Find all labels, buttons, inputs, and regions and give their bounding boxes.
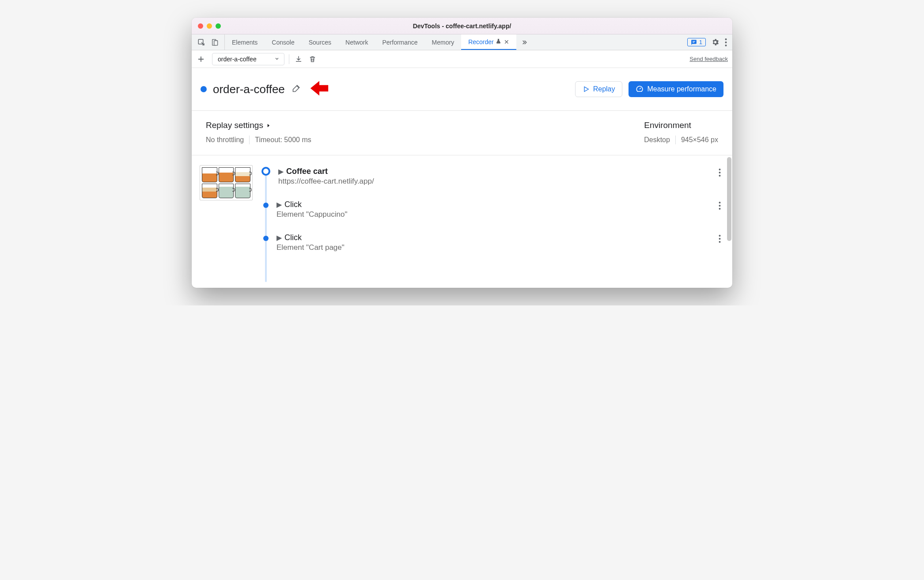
svg-point-10 [719, 175, 721, 177]
divider [249, 136, 250, 144]
svg-rect-2 [214, 41, 218, 45]
recording-status-dot [201, 86, 207, 92]
experiment-flask-icon [496, 38, 501, 45]
tab-elements[interactable]: Elements [225, 34, 265, 50]
svg-point-12 [719, 205, 721, 207]
step-title: Coffee cart [286, 167, 328, 176]
tab-console[interactable]: Console [265, 34, 301, 50]
settings-gear-icon[interactable] [711, 38, 720, 46]
divider [675, 136, 676, 144]
close-window-button[interactable] [198, 23, 203, 29]
edit-title-button[interactable] [292, 84, 301, 94]
viewport-value: 945×546 px [681, 136, 718, 144]
throttling-value: No throttling [206, 136, 244, 144]
divider [289, 54, 289, 64]
window-controls [198, 23, 221, 29]
svg-point-16 [719, 241, 721, 243]
issues-badge[interactable]: 1 [687, 38, 706, 46]
svg-point-6 [725, 41, 727, 43]
chevron-down-icon [274, 56, 280, 63]
svg-point-11 [719, 202, 721, 203]
step-item[interactable]: ▶Coffee cart https://coffee-cart.netlify… [260, 165, 724, 198]
replay-button[interactable]: Replay [575, 81, 623, 97]
tabs-right-controls: 1 [682, 34, 732, 50]
inspect-tools [192, 34, 225, 50]
step-subtitle: Element "Cart page" [276, 243, 715, 252]
send-feedback-link[interactable]: Send feedback [689, 56, 728, 62]
tab-recorder[interactable]: Recorder ✕ [461, 34, 516, 50]
step-title: Click [284, 200, 302, 209]
step-screenshot-thumbnail[interactable] [200, 165, 253, 200]
step-menu-kebab-icon[interactable] [715, 167, 724, 180]
svg-point-13 [719, 208, 721, 210]
vertical-scrollbar[interactable] [727, 157, 731, 241]
maximize-window-button[interactable] [216, 23, 221, 29]
timeline-node-icon [263, 203, 269, 208]
inspect-element-icon[interactable] [197, 38, 206, 47]
svg-point-9 [719, 172, 721, 173]
device-value: Desktop [644, 136, 670, 144]
recording-title: order-a-coffee [213, 83, 285, 96]
caret-right-icon [266, 123, 271, 128]
svg-rect-3 [693, 41, 695, 41]
settings-row: Replay settings No throttling Timeout: 5… [192, 111, 732, 155]
caret-right-icon: ▶ [276, 234, 282, 242]
measure-button-label: Measure performance [647, 85, 716, 93]
recording-selector-value: order-a-coffee [218, 56, 257, 63]
step-subtitle: Element "Cappucino" [276, 210, 715, 219]
timeline: ▶Coffee cart https://coffee-cart.netlify… [260, 165, 724, 264]
step-menu-kebab-icon[interactable] [715, 233, 724, 246]
tab-memory[interactable]: Memory [425, 34, 462, 50]
step-menu-kebab-icon[interactable] [715, 200, 724, 213]
step-subtitle: https://coffee-cart.netlify.app/ [278, 177, 715, 186]
timeline-node-icon [263, 236, 269, 241]
environment-section: Environment Desktop 945×546 px [644, 121, 718, 144]
caret-right-icon: ▶ [276, 200, 282, 209]
tab-performance[interactable]: Performance [375, 34, 424, 50]
tab-network[interactable]: Network [338, 34, 375, 50]
main-menu-kebab-icon[interactable] [725, 38, 727, 46]
step-item[interactable]: ▶Click Element "Cart page" [260, 231, 724, 264]
step-title: Click [284, 233, 302, 242]
recording-header: order-a-coffee Replay Measure performanc… [192, 68, 732, 111]
svg-point-14 [719, 235, 721, 237]
measure-performance-button[interactable]: Measure performance [629, 81, 723, 97]
more-tabs-button[interactable] [516, 34, 532, 50]
tab-sources[interactable]: Sources [302, 34, 338, 50]
device-toolbar-icon[interactable] [210, 38, 219, 47]
svg-point-8 [719, 169, 721, 170]
recorder-toolbar: order-a-coffee Send feedback [192, 50, 732, 68]
svg-point-7 [725, 45, 727, 46]
minimize-window-button[interactable] [207, 23, 212, 29]
titlebar: DevTools - coffee-cart.netlify.app/ [192, 18, 732, 34]
steps-panel: ▶Coffee cart https://coffee-cart.netlify… [192, 155, 732, 288]
replay-settings-toggle[interactable]: Replay settings [206, 121, 311, 130]
replay-settings-section: Replay settings No throttling Timeout: 5… [206, 121, 311, 144]
issues-count: 1 [699, 39, 702, 45]
step-item[interactable]: ▶Click Element "Cappucino" [260, 198, 724, 231]
tabs-list: Elements Console Sources Network Perform… [225, 34, 682, 50]
timeline-node-icon [261, 167, 270, 176]
timeout-value: Timeout: 5000 ms [255, 136, 311, 144]
caret-right-icon: ▶ [278, 167, 284, 176]
annotation-arrow-icon [310, 79, 329, 99]
close-tab-icon[interactable]: ✕ [504, 38, 509, 45]
delete-recording-button[interactable] [308, 54, 318, 64]
devtools-window: DevTools - coffee-cart.netlify.app/ Elem… [192, 18, 732, 288]
svg-point-5 [725, 38, 727, 40]
window-title: DevTools - coffee-cart.netlify.app/ [192, 23, 732, 30]
replay-button-label: Replay [593, 85, 615, 93]
environment-heading: Environment [644, 121, 718, 130]
export-recording-button[interactable] [294, 54, 303, 64]
new-recording-button[interactable] [196, 54, 206, 64]
recording-selector[interactable]: order-a-coffee [212, 53, 284, 65]
svg-point-15 [719, 238, 721, 240]
devtools-tabs-row: Elements Console Sources Network Perform… [192, 34, 732, 50]
svg-rect-4 [693, 42, 694, 42]
